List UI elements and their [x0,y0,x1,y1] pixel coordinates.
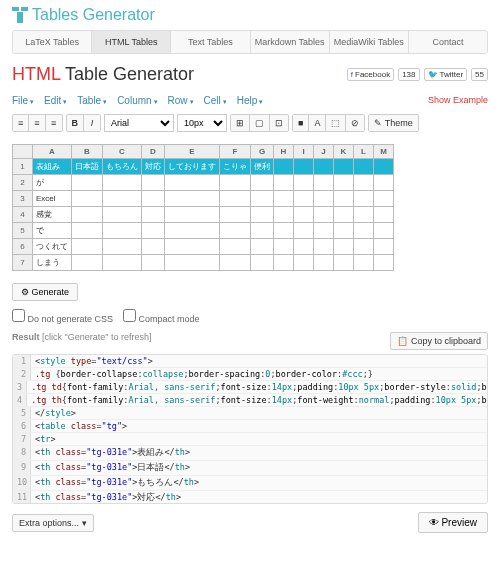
generate-button[interactable]: ⚙ Generate [12,283,78,301]
tab-mediawiki-tables[interactable]: MediaWiki Tables [330,31,409,53]
spreadsheet[interactable]: ABCDEFGHIJKLM1表組み日本語もちろん対応しておりますこりゃ便利2が3… [12,144,394,271]
logo-text: Tables Generator [32,6,155,24]
theme-button[interactable]: ✎ Theme [369,115,417,131]
menu-file[interactable]: File [12,95,34,106]
tab-markdown-tables[interactable]: Markdown Tables [251,31,330,53]
facebook-button[interactable]: f Facebook [347,68,394,81]
text-color-button[interactable]: A [309,115,326,131]
opt-compact[interactable]: Compact mode [123,309,200,324]
page-title: HTML Table Generator [12,64,194,85]
extra-options-button[interactable]: Extra options... ▾ [12,514,94,532]
svg-rect-2 [17,12,23,23]
italic-button[interactable]: I [84,115,100,131]
svg-rect-1 [21,7,28,11]
show-example-link[interactable]: Show Example [428,95,488,106]
preview-button[interactable]: 👁 Preview [418,512,488,533]
result-label: Result [click "Generate" to refresh] [12,332,151,350]
copy-button[interactable]: 📋 Copy to clipboard [390,332,488,350]
tab-text-tables[interactable]: Text Tables [171,31,250,53]
clear-button[interactable]: ⊘ [346,115,364,131]
merge-button[interactable]: ⬚ [326,115,346,131]
tab-html-tables[interactable]: HTML Tables [92,31,171,53]
menu-table[interactable]: Table [77,95,107,106]
social: f Facebook138 🐦 Twitter55 [347,68,488,81]
tab-latex-tables[interactable]: LaTeX Tables [13,31,92,53]
opt-no-css[interactable]: Do not generate CSS [12,309,113,324]
header: Tables Generator [0,0,500,30]
twitter-button[interactable]: 🐦 Twitter [424,68,468,81]
bold-button[interactable]: B [67,115,85,131]
opt-compact-checkbox[interactable] [123,309,136,322]
border-none-button[interactable]: ⊡ [270,115,288,131]
opt-no-css-checkbox[interactable] [12,309,25,322]
font-select[interactable]: Arial [104,114,174,132]
tab-contact[interactable]: Contact [409,31,487,53]
menu-help[interactable]: Help [237,95,264,106]
code-output[interactable]: 1<style type="text/css">2.tg {border-col… [12,354,488,504]
logo-icon [12,7,28,23]
align-right-button[interactable]: ≡ [46,115,62,131]
align-center-button[interactable]: ≡ [29,115,45,131]
toolbar: ≡≡≡ BI Arial 10px ⊞▢⊡ ■A⬚⊘ ✎ Theme [0,110,500,136]
nav-tabs: LaTeX TablesHTML TablesText TablesMarkdo… [12,30,488,54]
menu-cell[interactable]: Cell [204,95,227,106]
align-left-button[interactable]: ≡ [13,115,29,131]
twitter-count: 55 [471,68,488,81]
fontsize-select[interactable]: 10px [177,114,227,132]
menu-column[interactable]: Column [117,95,157,106]
border-all-button[interactable]: ⊞ [231,115,250,131]
facebook-count: 138 [398,68,419,81]
border-outer-button[interactable]: ▢ [250,115,270,131]
svg-rect-0 [12,7,19,11]
menu-bar: FileEditTableColumnRowCellHelp [12,95,263,106]
menu-row[interactable]: Row [168,95,194,106]
fill-color-button[interactable]: ■ [293,115,309,131]
menu-edit[interactable]: Edit [44,95,67,106]
logo[interactable]: Tables Generator [12,6,155,24]
